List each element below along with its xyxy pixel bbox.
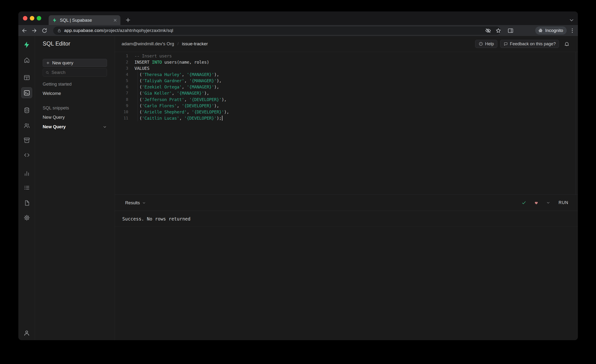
code-token: '{DEVELOPER}' [182,103,214,108]
svg-text:?: ? [480,43,481,45]
code-text: ('Carlo Flores', '{DEVELOPER}'), [134,103,219,108]
rail-item-table-editor[interactable] [21,72,32,83]
rail-item-docs[interactable] [21,197,32,208]
sidebar-item-new-query[interactable]: New Query [43,123,107,131]
url-domain: app.supabase.com [64,28,103,33]
help-button[interactable]: ? Help [475,40,497,48]
url-text: app.supabase.com/project/azahtnhqohyjerz… [64,28,173,33]
sidebar-item-label: New Query [43,124,66,129]
side-panel-icon[interactable] [507,27,514,34]
code-text: ('Taliyah Gardner', '{MANAGER}'), [134,78,222,83]
code-token: 'Carlo Flores' [142,103,177,108]
line-number: 10 [115,110,128,114]
results-tab[interactable]: Results [125,200,140,206]
code-token: , [182,72,187,77]
bookmark-star-icon[interactable] [495,27,502,34]
incognito-badge[interactable]: Incognito [535,26,567,35]
code-token: ( [134,72,142,77]
rail-item-auth-users[interactable] [21,120,32,131]
sql-editor[interactable]: 1-- Insert users2INSERT INTO users(name,… [115,52,578,194]
eye-off-icon[interactable] [485,27,491,34]
code-token: , [177,103,182,108]
sidebar-item-label: Welcome [43,91,61,96]
rail-item-home[interactable] [21,55,32,66]
run-controls: RUN [521,200,568,206]
breadcrumb-item[interactable]: adam@windmill.dev's Org [122,41,174,46]
new-query-button-label: New query [52,60,73,66]
line-number: 1 [115,54,128,58]
reload-button[interactable] [41,27,48,34]
rail-item-code[interactable] [21,149,32,160]
indent-guide [138,71,138,121]
editor-scrollbar[interactable] [576,52,576,194]
code-line: 8 ('Jefferson Pratt', '{DEVELOPER}'), [115,96,578,103]
browser-tab[interactable]: SQL | Supabase [49,15,120,25]
code-token: ( [134,116,142,121]
run-options-chevron-icon[interactable] [546,201,551,205]
code-token: ), [204,91,209,96]
new-query-button[interactable]: New query [43,59,107,67]
success-check-icon [521,200,527,206]
rail-item-reports[interactable] [21,168,32,179]
rail-item-storage[interactable] [21,135,32,146]
breadcrumb-separator: / [177,41,179,46]
address-bar[interactable]: app.supabase.com/project/azahtnhqohyjerz… [53,26,501,35]
code-token: , [172,91,177,96]
storage-icon [23,137,30,144]
code-icon [23,152,30,158]
results-chevron-icon[interactable] [142,201,146,205]
main-content: adam@windmill.dev's Org/issue-tracker ? … [115,36,578,340]
code-token: , [187,109,192,114]
browser-menu-icon[interactable] [569,27,575,34]
window-minimize-button[interactable] [30,16,34,21]
code-token: 'Ezekiel Ortega' [142,84,182,89]
code-token: 'Arielle Shepherd' [142,109,187,114]
code-token: 'Taliyah Gardner' [142,78,184,83]
help-icon: ? [478,41,483,46]
code-text: ('Arielle Shepherd', '{DEVELOPER}'), [134,109,229,114]
supabase-favicon-icon [52,18,57,23]
search-input[interactable]: Search [43,68,107,76]
window-zoom-button[interactable] [37,16,41,21]
table-editor-icon [23,74,30,81]
notifications-bell-icon[interactable] [564,41,570,47]
rail-item-settings[interactable] [21,212,32,223]
line-number: 3 [115,66,128,71]
logs-icon [23,184,30,191]
supabase-logo[interactable] [23,41,30,49]
rail-item-logs[interactable] [21,182,32,193]
back-button[interactable] [21,27,28,34]
favorite-heart-icon[interactable] [534,200,539,205]
run-button[interactable]: RUN [559,200,568,205]
feedback-button[interactable]: Feedback on this page? [500,40,559,48]
code-token: ( [134,97,142,102]
breadcrumb: adam@windmill.dev's Org/issue-tracker [122,41,208,46]
tab-search-chevron-icon[interactable] [568,17,575,23]
lock-icon [57,28,61,33]
tab-close-icon[interactable] [113,18,118,23]
forward-button[interactable] [31,27,37,34]
chevron-down-icon[interactable] [103,125,107,129]
code-token: , [184,97,189,102]
account-icon[interactable] [23,329,30,337]
code-text: ('Ezekiel Ortega', '{MANAGER}'), [134,84,219,89]
code-token: ), [216,78,222,83]
code-line: 10 ('Arielle Shepherd', '{DEVELOPER}'), [115,109,578,115]
code-token: VALUES [134,66,149,71]
sidebar-item-welcome[interactable]: Welcome [43,89,107,97]
code-token: ); [216,116,222,121]
sql-editor-icon [23,89,30,96]
sidebar-item-label: New Query [43,115,65,120]
window-close-button[interactable] [23,16,27,21]
code-text: ('Gia Keller', '{MANAGER}'), [134,91,209,96]
code-token: ), [214,84,219,89]
new-tab-button[interactable] [125,17,131,23]
search-placeholder: Search [52,70,66,75]
sidebar-item-new-query[interactable]: New Query [43,113,107,121]
breadcrumb-item[interactable]: issue-tracker [182,41,208,46]
line-number: 11 [115,116,128,120]
rail-item-sql-editor[interactable] [21,87,32,98]
rail-item-database[interactable] [21,105,32,116]
line-number: 2 [115,60,128,64]
code-line: 5 ('Taliyah Gardner', '{MANAGER}'), [115,78,578,84]
